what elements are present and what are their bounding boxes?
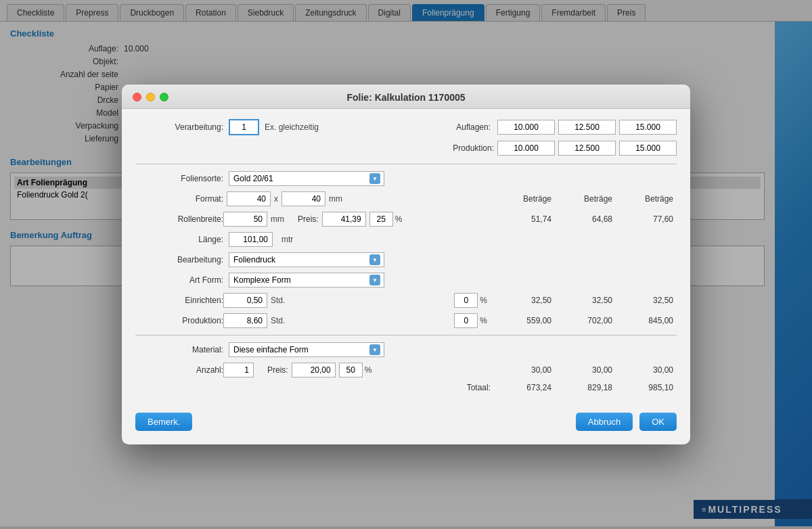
ok-button[interactable]: OK — [639, 413, 677, 431]
bearbeitung-row: Bearbeitung: Foliendruck ▼ — [135, 252, 677, 267]
auflagen-label: Auflagen: — [456, 122, 491, 132]
einrichten-unit: Std. — [271, 296, 285, 305]
laenge-row: Länge: mtr — [135, 232, 677, 247]
foliensorte-label: Foliensorte: — [135, 174, 223, 183]
einrichten-input[interactable] — [223, 293, 267, 308]
modal-overlay: Folie: Kalkulation 1170005 Verarbeitung:… — [0, 0, 812, 529]
verarbeitung-input[interactable] — [229, 119, 259, 135]
art-form-dropdown[interactable]: Komplexe Form ▼ — [229, 273, 384, 288]
betraege-header-1: Beträge — [494, 194, 555, 204]
bearbeitung-select[interactable]: Foliendruck — [229, 252, 384, 267]
rollenbreite-label: Rollenbreite: — [135, 214, 223, 224]
modal-dialog: Folie: Kalkulation 1170005 Verarbeitung:… — [122, 85, 690, 444]
einrichten-pct-input[interactable] — [454, 293, 478, 308]
rb-val3: 77,60 — [616, 214, 677, 224]
anzahl-pct-input[interactable] — [339, 363, 363, 377]
anzahl-modal-label: Anzahl: — [135, 365, 223, 375]
laenge-unit: mtr — [281, 235, 293, 244]
anzahl-row: Anzahl: Preis: % 30,00 30,00 30,00 — [135, 363, 677, 377]
art-form-row: Art Form: Komplexe Form ▼ — [135, 273, 677, 288]
format-betraege-row: Format: x mm Beträge Beträge Beträge — [135, 191, 677, 206]
produktion-pct-sign: % — [480, 316, 487, 325]
auflagen-right: Auflagen: — [456, 120, 677, 135]
modal-body: Verarbeitung: Ex. gleichzeitig Auflagen:… — [122, 109, 690, 406]
laenge-label: Länge: — [135, 235, 223, 244]
auflagen-section: Verarbeitung: Ex. gleichzeitig Auflagen: — [135, 119, 677, 135]
material-label: Material: — [135, 345, 223, 354]
produktion-top-section: Produktion: — [135, 141, 677, 156]
produktion-field-input[interactable] — [223, 313, 267, 328]
modal-title: Folie: Kalkulation 1170005 — [346, 92, 465, 103]
anzahl-preis-label: Preis: — [267, 365, 288, 375]
x-separator: x — [274, 194, 278, 204]
maximize-button[interactable] — [160, 93, 168, 101]
betraege-header-3: Beträge — [616, 194, 677, 204]
einrichten-pct-sign: % — [480, 296, 487, 305]
rb-val2: 64,68 — [555, 214, 616, 224]
produktion-unit: Std. — [271, 316, 285, 325]
material-dropdown[interactable]: Diese einfache Form ▼ — [229, 342, 384, 357]
abbruch-button[interactable]: Abbruch — [576, 413, 633, 431]
produktion-val2: 702,00 — [555, 316, 616, 325]
produktion-val1: 559,00 — [494, 316, 555, 325]
close-button[interactable] — [133, 93, 141, 101]
bearbeitung-dropdown[interactable]: Foliendruck ▼ — [229, 252, 384, 267]
produktion-col2-input[interactable] — [558, 141, 616, 156]
preis-input[interactable] — [322, 212, 366, 227]
foliensorte-select[interactable]: Gold 20/61 — [229, 171, 384, 186]
anzahl-val3: 30,00 — [616, 365, 677, 375]
art-form-label: Art Form: — [135, 275, 223, 285]
rollenbreite-row: Rollenbreite: mm Preis: % 51,74 64,68 77… — [135, 212, 677, 227]
rollenbreite-unit: mm — [271, 214, 284, 224]
format-label: Format: — [135, 194, 223, 204]
totaal-val2: 829,18 — [555, 383, 616, 392]
einrichten-val3: 32,50 — [616, 296, 677, 305]
format-y-input[interactable] — [281, 191, 325, 206]
preis-label: Preis: — [298, 214, 319, 224]
betraege-headers: Beträge Beträge Beträge — [494, 194, 677, 204]
totaal-val1: 673,24 — [494, 383, 555, 392]
art-form-select[interactable]: Komplexe Form — [229, 273, 384, 288]
betraege-header-2: Beträge — [555, 194, 616, 204]
foliensorte-dropdown[interactable]: Gold 20/61 ▼ — [229, 171, 384, 186]
verarbeitung-label: Verarbeitung: — [135, 122, 223, 132]
anzahl-pct-sign: % — [365, 365, 372, 375]
produktion-top-label: Produktion: — [453, 143, 494, 153]
anzahl-val2: 30,00 — [555, 365, 616, 375]
anzahl-input[interactable] — [223, 363, 254, 377]
divider-1 — [135, 164, 677, 164]
produktion-row: Produktion: Std. % 559,00 702,00 845,00 — [135, 313, 677, 328]
modal-titlebar: Folie: Kalkulation 1170005 — [122, 85, 690, 109]
verarbeitung-section: Verarbeitung: Ex. gleichzeitig — [135, 119, 319, 135]
produktion-pct-input[interactable] — [454, 313, 478, 328]
format-section: Format: x mm — [135, 191, 342, 206]
traffic-lights — [133, 93, 168, 101]
auflagen-col2-input[interactable] — [558, 120, 616, 135]
einrichten-val2: 32,50 — [555, 296, 616, 305]
produktion-col3-input[interactable] — [619, 141, 677, 156]
einrichten-val1: 32,50 — [494, 296, 555, 305]
minimize-button[interactable] — [146, 93, 155, 101]
rollenbreite-input[interactable] — [223, 212, 267, 227]
auflagen-col3-input[interactable] — [619, 120, 677, 135]
foliensorte-row: Foliensorte: Gold 20/61 ▼ — [135, 171, 677, 186]
einrichten-row: Einrichten: Std. % 32,50 32,50 32,50 — [135, 293, 677, 308]
anzahl-preis-input[interactable] — [292, 363, 336, 377]
anzahl-val1: 30,00 — [494, 365, 555, 375]
rb-val1: 51,74 — [494, 214, 555, 224]
divider-2 — [135, 335, 677, 336]
ex-gleichzeitig-text: Ex. gleichzeitig — [265, 122, 319, 132]
produktion-field-label: Produktion: — [135, 316, 223, 325]
footer-btn-group: Abbruch OK — [576, 413, 677, 431]
totaal-val3: 985,10 — [616, 383, 677, 392]
produktion-col1-input[interactable] — [497, 141, 555, 156]
preis-pct-sign: % — [395, 214, 403, 224]
auflagen-col1-input[interactable] — [497, 120, 555, 135]
totaal-label: Totaal: — [467, 383, 491, 392]
laenge-input[interactable] — [229, 232, 273, 247]
bemerk-button[interactable]: Bemerk. — [135, 413, 192, 431]
material-select[interactable]: Diese einfache Form — [229, 342, 384, 357]
format-x-input[interactable] — [227, 191, 271, 206]
bearbeitung-label: Bearbeitung: — [135, 255, 223, 264]
preis-percent-input[interactable] — [369, 212, 393, 227]
